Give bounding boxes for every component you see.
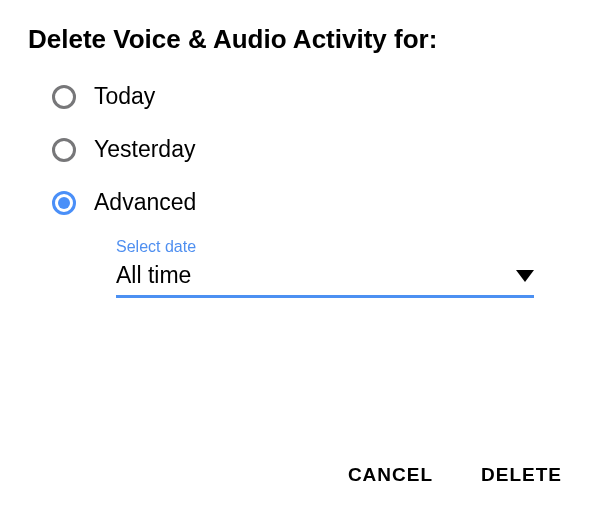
radio-label: Today	[94, 83, 155, 110]
chevron-down-icon	[516, 270, 534, 282]
date-select-block: Select date All time	[116, 238, 534, 298]
cancel-button[interactable]: CANCEL	[348, 458, 433, 492]
delete-button[interactable]: DELETE	[481, 458, 562, 492]
radio-icon	[52, 138, 76, 162]
radio-label: Advanced	[94, 189, 196, 216]
date-range-radio-group: Today Yesterday Advanced	[28, 83, 572, 216]
radio-icon	[52, 85, 76, 109]
dialog-actions: CANCEL DELETE	[348, 458, 562, 492]
radio-option-yesterday[interactable]: Yesterday	[52, 136, 572, 163]
radio-icon-selected	[52, 191, 76, 215]
select-value: All time	[116, 262, 191, 289]
radio-option-today[interactable]: Today	[52, 83, 572, 110]
dialog-title: Delete Voice & Audio Activity for:	[28, 24, 572, 55]
select-caption: Select date	[116, 238, 534, 256]
radio-label: Yesterday	[94, 136, 195, 163]
radio-option-advanced[interactable]: Advanced	[52, 189, 572, 216]
svg-marker-0	[516, 270, 534, 282]
delete-activity-dialog: Delete Voice & Audio Activity for: Today…	[0, 0, 600, 298]
date-select[interactable]: All time	[116, 262, 534, 298]
